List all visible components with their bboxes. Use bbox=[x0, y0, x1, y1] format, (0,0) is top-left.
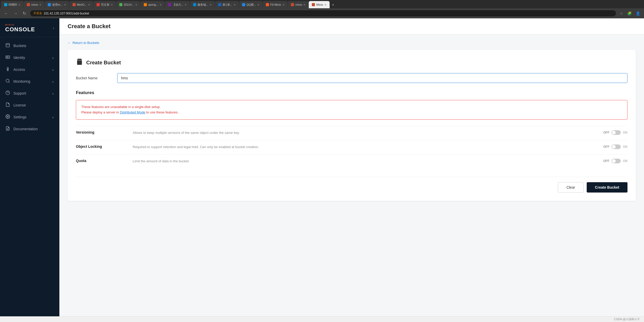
versioning-name: Versioning bbox=[76, 130, 128, 134]
quota-feature-info: Quota bbox=[76, 159, 128, 164]
address-bar-row: ← → ↻ 不安全 101.42.135.107:9001/add-bucket… bbox=[0, 8, 644, 18]
tab-close-12[interactable]: ✕ bbox=[282, 3, 284, 6]
distributed-mode-link[interactable]: Distributed Mode bbox=[120, 110, 145, 114]
sidebar-item-monitoring[interactable]: Monitoring ▲ bbox=[0, 75, 59, 87]
sidebar-item-label-buckets: Buckets bbox=[13, 44, 54, 48]
tab-title-9: 服务端... bbox=[197, 3, 208, 7]
versioning-off-label: OFF bbox=[603, 131, 609, 134]
tab-title-8: 【动力... bbox=[172, 3, 183, 7]
tab-favicon-13 bbox=[291, 3, 294, 6]
warning-line2-suffix: to use these features. bbox=[145, 110, 179, 114]
quota-toggle-switch[interactable] bbox=[611, 159, 621, 163]
tab-bar: 哔哩哔 ✕ minio ✕ 使用m... ✕ MinIO... ✕ 写文章 ✕ … bbox=[0, 0, 644, 8]
actions-row: Clear Create Bucket bbox=[76, 177, 627, 193]
sidebar-item-buckets[interactable]: Buckets bbox=[0, 40, 59, 52]
sidebar-item-access[interactable]: Access ▲ bbox=[0, 64, 59, 75]
versioning-toggle-switch[interactable] bbox=[611, 130, 621, 135]
tab-9[interactable]: 服务端... ✕ bbox=[190, 1, 215, 8]
card-title-row: Create Bucket bbox=[76, 58, 627, 67]
settings-icon bbox=[5, 114, 10, 120]
tab-favicon-5 bbox=[97, 3, 100, 6]
quota-slider bbox=[611, 159, 621, 163]
quota-desc: Limit the amount of data in the bucket. bbox=[133, 159, 598, 164]
versioning-on-label: ON bbox=[623, 131, 627, 134]
browser-chrome: 哔哩哔 ✕ minio ✕ 使用m... ✕ MinIO... ✕ 写文章 ✕ … bbox=[0, 0, 644, 18]
quota-on-label: ON bbox=[623, 159, 627, 163]
clear-button[interactable]: Clear bbox=[558, 182, 583, 193]
tab-1[interactable]: 哔哩哔 ✕ bbox=[1, 1, 23, 8]
sidebar-item-label-license: License bbox=[13, 103, 54, 107]
tab-favicon-3 bbox=[48, 3, 51, 6]
tab-title-6: 2021#... bbox=[124, 3, 134, 6]
sidebar-item-license[interactable]: License bbox=[0, 99, 59, 111]
tab-close-2[interactable]: ✕ bbox=[39, 3, 41, 6]
tab-10[interactable]: 第1章... ✕ bbox=[215, 1, 238, 8]
tab-close-9[interactable]: ✕ bbox=[210, 3, 212, 6]
sidebar-item-documentation[interactable]: Documentation bbox=[0, 123, 59, 135]
tab-close-6[interactable]: ✕ bbox=[135, 3, 137, 6]
reload-button[interactable]: ↻ bbox=[21, 10, 28, 16]
sidebar-item-support[interactable]: Support ▲ bbox=[0, 87, 59, 99]
extension-icon[interactable]: 🧩 bbox=[626, 11, 633, 16]
object-locking-feature-row: Object Locking Required to support reten… bbox=[76, 140, 627, 154]
sidebar-collapse-button[interactable]: ‹ bbox=[53, 26, 54, 30]
tab-12[interactable]: F8 Minio ✕ bbox=[263, 1, 288, 8]
tab-favicon-7 bbox=[144, 3, 147, 6]
insecure-label: 不安全 bbox=[34, 11, 42, 15]
profile-icon[interactable]: 👤 bbox=[634, 11, 641, 16]
object-locking-toggle-switch[interactable] bbox=[611, 144, 621, 149]
main-content: Create a Bucket ← Return to Buckets Crea… bbox=[59, 18, 644, 316]
logo-console: CONSOLE bbox=[5, 26, 35, 33]
tab-6[interactable]: 2021#... ✕ bbox=[116, 1, 140, 8]
tab-13[interactable]: minio ✕ bbox=[288, 1, 308, 8]
url-text: 101.42.135.107:9001/add-bucket bbox=[44, 12, 89, 15]
tab-close-3[interactable]: ✕ bbox=[64, 3, 66, 6]
tab-title-2: minio bbox=[31, 3, 38, 6]
tab-close-7[interactable]: ✕ bbox=[160, 3, 162, 6]
tab-close-4[interactable]: ✕ bbox=[88, 3, 90, 6]
object-locking-feature-info: Object Locking bbox=[76, 144, 128, 150]
back-button[interactable]: ← bbox=[3, 11, 10, 16]
back-to-buckets-link[interactable]: ← Return to Buckets bbox=[68, 41, 636, 45]
tab-title-5: 写文章 bbox=[101, 3, 109, 7]
forward-button[interactable]: → bbox=[12, 11, 19, 16]
page-title: Create a Bucket bbox=[68, 23, 636, 30]
tab-close-8[interactable]: ✕ bbox=[185, 3, 187, 6]
object-locking-name: Object Locking bbox=[76, 144, 128, 149]
address-bar[interactable]: 不安全 101.42.135.107:9001/add-bucket bbox=[30, 10, 616, 17]
tab-close-5[interactable]: ✕ bbox=[111, 3, 113, 6]
sidebar-item-label-access: Access bbox=[13, 67, 49, 72]
bookmark-icon[interactable]: ☆ bbox=[618, 11, 624, 16]
tab-2[interactable]: minio ✕ bbox=[24, 1, 44, 8]
tab-close-13[interactable]: ✕ bbox=[303, 3, 305, 6]
support-icon bbox=[5, 90, 10, 96]
sidebar-item-settings[interactable]: Settings ▲ bbox=[0, 111, 59, 123]
create-bucket-button[interactable]: Create Bucket bbox=[587, 182, 627, 193]
buckets-icon bbox=[5, 43, 10, 49]
documentation-icon bbox=[5, 126, 10, 132]
sidebar-item-identity[interactable]: Identity ▲ bbox=[0, 52, 59, 64]
bucket-name-input[interactable] bbox=[117, 73, 627, 83]
access-arrow-icon: ▲ bbox=[52, 68, 54, 71]
versioning-feature-row: Versioning Allows to keep multiple versi… bbox=[76, 126, 627, 140]
tab-title-1: 哔哩哔 bbox=[9, 3, 17, 7]
tab-close-1[interactable]: ✕ bbox=[18, 3, 20, 6]
tab-3[interactable]: 使用m... ✕ bbox=[45, 1, 69, 8]
tab-title-10: 第1章... bbox=[222, 3, 232, 7]
tab-8[interactable]: 【动力... ✕ bbox=[165, 1, 190, 8]
tab-5[interactable]: 写文章 ✕ bbox=[93, 1, 116, 8]
tab-close-11[interactable]: ✕ bbox=[257, 3, 259, 6]
new-tab-button[interactable]: + bbox=[330, 2, 336, 8]
tab-favicon-9 bbox=[193, 3, 196, 6]
back-arrow-icon: ← bbox=[68, 41, 71, 45]
tab-14-active[interactable]: Minio ✕ bbox=[309, 1, 329, 8]
tab-close-10[interactable]: ✕ bbox=[234, 3, 236, 6]
object-locking-desc: Required to support retention and legal … bbox=[133, 144, 598, 150]
tab-close-14[interactable]: ✕ bbox=[324, 3, 327, 6]
tab-favicon-11 bbox=[242, 3, 245, 6]
tab-7[interactable]: spring... ✕ bbox=[141, 1, 165, 8]
svg-point-5 bbox=[6, 79, 9, 82]
tab-11[interactable]: QQ图... ✕ bbox=[239, 1, 263, 8]
status-bar: CSDN @小清和小子 bbox=[0, 316, 644, 322]
tab-4[interactable]: MinIO... ✕ bbox=[69, 1, 93, 8]
